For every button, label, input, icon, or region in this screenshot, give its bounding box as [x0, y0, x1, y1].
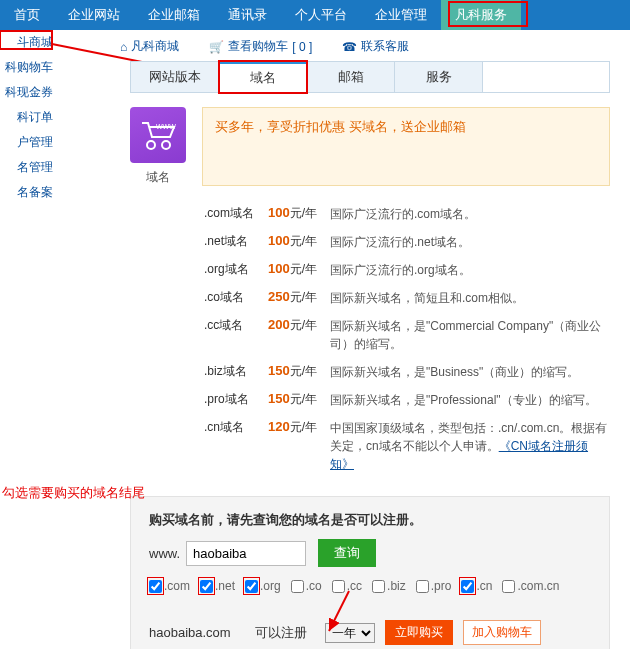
- tld-checkbox[interactable]: [149, 580, 162, 593]
- price-desc: 国际广泛流行的.com域名。: [330, 205, 610, 223]
- tld-label: .pro: [431, 579, 452, 593]
- price-val: 100元/年: [268, 233, 322, 250]
- tab-email[interactable]: 邮箱: [307, 62, 395, 92]
- price-row: .net域名100元/年国际广泛流行的.net域名。: [204, 228, 610, 256]
- price-ext: .biz域名: [204, 363, 260, 380]
- cart-icon: 🛒: [209, 40, 224, 54]
- link-contact-service[interactable]: ☎联系客服: [342, 38, 409, 55]
- tld-option[interactable]: .com.cn: [502, 579, 559, 593]
- nav-contacts[interactable]: 通讯录: [214, 0, 281, 30]
- tld-option[interactable]: .org: [245, 579, 281, 593]
- www-prefix: www.: [149, 546, 180, 561]
- tld-label: .com: [164, 579, 190, 593]
- price-row: .cn域名120元/年中国国家顶级域名，类型包括：.cn/.com.cn。根据有…: [204, 414, 610, 478]
- tld-checkbox[interactable]: [245, 580, 258, 593]
- buy-now-button[interactable]: 立即购买: [385, 620, 453, 645]
- price-row: .cc域名200元/年国际新兴域名，是"Commercial Company"（…: [204, 312, 610, 358]
- tld-checkbox[interactable]: [416, 580, 429, 593]
- nav-home[interactable]: 首页: [0, 0, 54, 30]
- svg-text:WWW: WWW: [156, 123, 176, 130]
- price-ext: .co域名: [204, 289, 260, 306]
- tld-label: .co: [306, 579, 322, 593]
- annotation-text: 勾选需要购买的域名结尾: [2, 484, 145, 502]
- tld-label: .com.cn: [517, 579, 559, 593]
- price-row: .org域名100元/年国际广泛流行的.org域名。: [204, 256, 610, 284]
- tld-checkbox[interactable]: [291, 580, 304, 593]
- price-desc: 国际广泛流行的.org域名。: [330, 261, 610, 279]
- home-icon: ⌂: [120, 40, 127, 54]
- sidebar-cart[interactable]: 科购物车: [0, 55, 55, 80]
- link-mall[interactable]: ⌂凡科商城: [120, 38, 179, 55]
- tld-label: .org: [260, 579, 281, 593]
- tld-label: .biz: [387, 579, 406, 593]
- result-domain: haobaiba.com: [149, 625, 245, 640]
- nav-mail[interactable]: 企业邮箱: [134, 0, 214, 30]
- tld-option[interactable]: .cc: [332, 579, 362, 593]
- link-view-cart[interactable]: 🛒查看购物车 [ 0 ]: [209, 38, 312, 55]
- nav-site[interactable]: 企业网站: [54, 0, 134, 30]
- price-ext: .org域名: [204, 261, 260, 278]
- price-val: 100元/年: [268, 205, 322, 222]
- search-title: 购买域名前，请先查询您的域名是否可以注册。: [149, 511, 593, 529]
- tld-checkbox[interactable]: [502, 580, 515, 593]
- tld-option[interactable]: .com: [149, 579, 190, 593]
- price-ext: .net域名: [204, 233, 260, 250]
- svg-point-1: [147, 141, 155, 149]
- price-ext: .cn域名: [204, 419, 260, 436]
- search-button[interactable]: 查询: [318, 539, 376, 567]
- price-table: .com域名100元/年国际广泛流行的.com域名。.net域名100元/年国际…: [204, 200, 610, 478]
- tab-site-version[interactable]: 网站版本: [131, 62, 219, 92]
- search-results: haobaiba.com可以注册一年立即购买加入购物车haobaiba.net可…: [149, 615, 593, 649]
- sidebar-coupon[interactable]: 科现金券: [0, 80, 55, 105]
- price-desc: 国际广泛流行的.net域名。: [330, 233, 610, 251]
- sidebar-beian[interactable]: 名备案: [0, 180, 55, 205]
- result-status: 可以注册: [255, 624, 315, 642]
- tld-checkbox[interactable]: [200, 580, 213, 593]
- headset-icon: ☎: [342, 40, 357, 54]
- tld-option[interactable]: .net: [200, 579, 235, 593]
- product-tabs: 网站版本 域名 邮箱 服务: [130, 61, 610, 93]
- content: WWW 域名 买多年，享受折扣优惠 买域名，送企业邮箱 .com域名100元/年…: [130, 93, 610, 649]
- tab-domain[interactable]: 域名: [219, 62, 307, 93]
- nav-enterprise[interactable]: 企业管理: [361, 0, 441, 30]
- tld-checkbox[interactable]: [461, 580, 474, 593]
- cart-count: [ 0 ]: [292, 40, 312, 54]
- tld-option[interactable]: .pro: [416, 579, 452, 593]
- promo-banner: 买多年，享受折扣优惠 买域名，送企业邮箱: [202, 107, 610, 186]
- domain-cart-wwwicon: WWW: [130, 107, 186, 163]
- result-row: haobaiba.com可以注册一年立即购买加入购物车: [149, 615, 593, 649]
- sidebar-mall[interactable]: 斗商城: [0, 30, 55, 55]
- price-row: .com域名100元/年国际广泛流行的.com域名。: [204, 200, 610, 228]
- tld-option[interactable]: .cn: [461, 579, 492, 593]
- price-desc: 中国国家顶级域名，类型包括：.cn/.com.cn。根据有关定，cn域名不能以个…: [330, 419, 610, 473]
- sidebar-orders[interactable]: 科订单: [0, 105, 55, 130]
- cn-notice-link[interactable]: 《CN域名注册须知》: [330, 439, 588, 471]
- domain-search-area: 购买域名前，请先查询您的域名是否可以注册。 www. 查询 .com.net.o…: [130, 496, 610, 649]
- price-desc: 国际新兴域名，是"Business"（商业）的缩写。: [330, 363, 610, 381]
- domain-search-input[interactable]: [186, 541, 306, 566]
- nav-personal[interactable]: 个人平台: [281, 0, 361, 30]
- price-val: 150元/年: [268, 363, 322, 380]
- price-val: 120元/年: [268, 419, 322, 436]
- price-row: .biz域名150元/年国际新兴域名，是"Business"（商业）的缩写。: [204, 358, 610, 386]
- tld-label: .cc: [347, 579, 362, 593]
- year-select[interactable]: 一年: [325, 623, 375, 643]
- sidebar-domainmgr[interactable]: 名管理: [0, 155, 55, 180]
- tab-service[interactable]: 服务: [395, 62, 483, 92]
- tld-checkbox[interactable]: [332, 580, 345, 593]
- nav-services[interactable]: 凡科服务: [441, 0, 521, 30]
- tld-option[interactable]: .co: [291, 579, 322, 593]
- price-val: 100元/年: [268, 261, 322, 278]
- price-row: .pro域名150元/年国际新兴域名，是"Professional"（专业）的缩…: [204, 386, 610, 414]
- tld-row: .com.net.org.co.cc.biz.pro.cn.com.cn: [149, 579, 593, 593]
- tld-option[interactable]: .biz: [372, 579, 406, 593]
- tld-label: .net: [215, 579, 235, 593]
- sidebar-account[interactable]: 户管理: [0, 130, 55, 155]
- domain-header: WWW 域名 买多年，享受折扣优惠 买域名，送企业邮箱: [130, 107, 610, 186]
- sidebar: 斗商城 科购物车 科现金券 科订单 户管理 名管理 名备案: [0, 30, 55, 205]
- add-to-cart-button[interactable]: 加入购物车: [463, 620, 541, 645]
- tld-checkbox[interactable]: [372, 580, 385, 593]
- price-val: 250元/年: [268, 289, 322, 306]
- price-row: .co域名250元/年国际新兴域名，简短且和.com相似。: [204, 284, 610, 312]
- sub-nav: ⌂凡科商城 🛒查看购物车 [ 0 ] ☎联系客服: [120, 30, 630, 61]
